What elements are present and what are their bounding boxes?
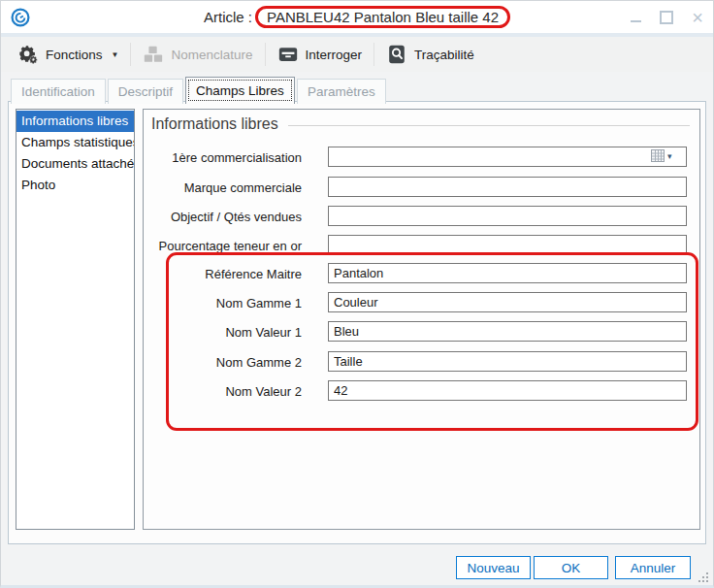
gear-icon xyxy=(17,44,39,65)
toolbar-item-nomenclature[interactable]: Nomenclature xyxy=(134,40,261,69)
toolbar-label-interroger: Interroger xyxy=(306,48,363,62)
tab-page-champs-libres: Informations libres Champs statistiques … xyxy=(8,101,706,544)
title-annotation-red-box: PANBLEU42 Pantalon Bleu taille 42 xyxy=(255,6,510,28)
field-row-objectif-qtes-vendues: Objectif / Qtés vendues xyxy=(144,206,699,227)
app-logo-icon xyxy=(10,7,31,28)
toolbar-separator xyxy=(130,43,131,66)
window-title-prefix: Article : xyxy=(204,9,252,25)
pourcentage-teneur-en-or-input[interactable] xyxy=(328,235,687,255)
group-rule xyxy=(288,125,690,126)
ok-button[interactable]: OK xyxy=(534,556,608,579)
sidebar-item-champs-statistiques[interactable]: Champs statistiques xyxy=(16,132,134,153)
tab-strip: Identification Descriptif Champs Libres … xyxy=(11,77,388,104)
field-row-nom-valeur-2: Nom Valeur 2 xyxy=(144,380,699,402)
toolbar-item-interroger[interactable]: Interroger xyxy=(269,40,372,69)
toolbar-label-tracabilite: Traçabilité xyxy=(414,48,474,62)
toolbar: Fonctions ▼ Nomenclature xyxy=(1,37,713,72)
field-label: Pourcentage teneur en or xyxy=(144,239,302,253)
cubes-icon xyxy=(143,44,164,65)
chevron-down-icon: ▾ xyxy=(667,151,672,161)
nom-valeur-1-input[interactable] xyxy=(328,321,687,342)
nom-gamme-1-input[interactable] xyxy=(328,292,687,312)
nom-gamme-2-input[interactable] xyxy=(328,351,687,372)
tab-champs-libres[interactable]: Champs Libres xyxy=(185,77,295,104)
sidebar-item-documents-attaches[interactable]: Documents attachés xyxy=(16,153,134,175)
chevron-down-icon: ▼ xyxy=(112,50,119,59)
field-row-nom-gamme-1: Nom Gamme 1 xyxy=(144,292,699,313)
maximize-button[interactable] xyxy=(659,10,674,25)
date-picker-button[interactable]: ▾ xyxy=(651,149,672,162)
category-list: Informations libres Champs statistiques … xyxy=(16,109,135,530)
toolbar-item-fonctions[interactable]: Fonctions ▼ xyxy=(9,40,127,69)
field-row-pourcentage-teneur-en-or: Pourcentage teneur en or xyxy=(144,235,699,256)
drawer-icon xyxy=(277,44,299,65)
tab-descriptif[interactable]: Descriptif xyxy=(108,79,183,104)
date-1ere-commercialisation-input[interactable] xyxy=(328,147,687,167)
field-row-reference-maitre: Référence Maitre xyxy=(144,263,699,284)
informations-libres-panel: Informations libres 1ère commercialisati… xyxy=(143,109,700,530)
field-label: Nom Gamme 1 xyxy=(144,296,302,310)
field-row-marque-commerciale: Marque commerciale xyxy=(144,177,699,198)
group-title: Informations libres xyxy=(151,115,278,133)
field-label: 1ère commercialisation xyxy=(144,150,302,165)
field-label: Nom Valeur 2 xyxy=(144,384,302,399)
footer-bar: Nouveau OK Annuler xyxy=(1,544,713,585)
resize-grip[interactable] xyxy=(697,571,708,582)
window-title-article: PANBLEU42 Pantalon Bleu taille 42 xyxy=(267,9,499,25)
toolbar-label-fonctions: Fonctions xyxy=(46,48,103,62)
annuler-button[interactable]: Annuler xyxy=(615,556,691,579)
tab-parametres[interactable]: Paramètres xyxy=(297,79,386,104)
toolbar-label-nomenclature: Nomenclature xyxy=(171,48,252,62)
field-label: Objectif / Qtés vendues xyxy=(144,210,302,224)
nouveau-button[interactable]: Nouveau xyxy=(456,556,531,579)
minimize-button[interactable] xyxy=(628,10,643,25)
field-label: Nom Valeur 1 xyxy=(144,325,302,340)
title-bar: Article : PANBLEU42 Pantalon Bleu taille… xyxy=(1,1,713,37)
group-legend: Informations libres xyxy=(151,115,690,133)
field-row-1ere-commercialisation: 1ère commercialisation ▾ xyxy=(144,147,699,168)
nom-valeur-2-input[interactable] xyxy=(328,380,687,401)
field-row-nom-gamme-2: Nom Gamme 2 xyxy=(144,351,699,373)
field-label: Référence Maitre xyxy=(144,267,302,281)
field-row-nom-valeur-1: Nom Valeur 1 xyxy=(144,321,699,343)
marque-commerciale-input[interactable] xyxy=(328,177,687,197)
field-label: Nom Gamme 2 xyxy=(144,355,302,370)
window-title: Article : PANBLEU42 Pantalon Bleu taille… xyxy=(1,6,713,28)
article-window: Article : PANBLEU42 Pantalon Bleu taille… xyxy=(0,0,714,588)
sidebar-item-informations-libres[interactable]: Informations libres xyxy=(16,111,134,132)
field-label: Marque commerciale xyxy=(144,180,302,195)
reference-maitre-input[interactable] xyxy=(328,263,687,283)
magnifier-badge-icon xyxy=(386,44,407,65)
calendar-icon xyxy=(651,149,665,162)
sidebar-item-photo[interactable]: Photo xyxy=(16,175,134,196)
window-controls: × xyxy=(628,1,705,33)
toolbar-item-tracabilite[interactable]: Traçabilité xyxy=(377,40,483,69)
objectif-qtes-vendues-input[interactable] xyxy=(328,206,687,226)
toolbar-separator xyxy=(265,43,266,66)
close-button[interactable]: × xyxy=(690,10,705,25)
toolbar-separator xyxy=(373,43,374,66)
tab-identification[interactable]: Identification xyxy=(11,79,106,104)
